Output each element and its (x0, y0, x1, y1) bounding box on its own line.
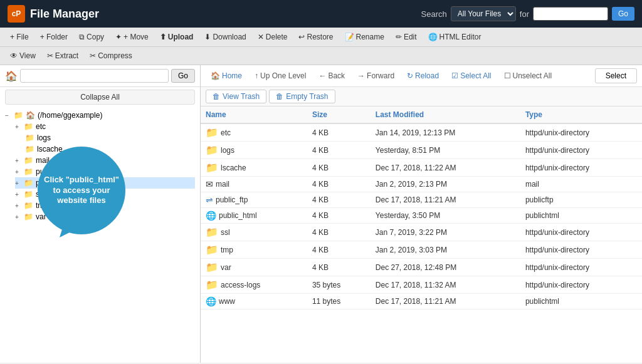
file-size: 11 bytes (307, 294, 371, 309)
uncheck-icon: ☐ (504, 71, 511, 80)
table-row[interactable]: 📁 lscache 4 KB Dec 17, 2018, 11:22 AM ht… (201, 159, 642, 177)
new-folder-button[interactable]: + Folder (35, 30, 73, 44)
trash-empty-icon: 🗑 (276, 92, 283, 101)
folder-icon-ssl: 📁 (24, 190, 33, 199)
upload-button[interactable]: ⬆ Upload (155, 30, 199, 44)
cpanel-icon: cP (8, 5, 25, 23)
edit-button[interactable]: ✏ Edit (391, 30, 422, 44)
html-editor-button[interactable]: 🌐 HTML Editor (423, 30, 487, 44)
tree-label-etc: etc (36, 122, 46, 131)
col-type[interactable]: Type (520, 107, 642, 123)
file-modified: Jan 7, 2019, 3:22 PM (371, 224, 520, 241)
trash-view-icon: 🗑 (213, 92, 220, 101)
file-name: mail (216, 180, 229, 189)
back-button[interactable]: ← Back (313, 70, 350, 82)
table-row[interactable]: 🌐 public_html 4 KB Yesterday, 3:50 PM pu… (201, 208, 642, 224)
table-row[interactable]: ✉ mail 4 KB Jan 2, 2019, 2:13 PM mail (201, 177, 642, 192)
reload-button[interactable]: ↻ Reload (402, 70, 444, 82)
upload-icon: ⬆ (160, 33, 166, 41)
table-row[interactable]: 🌐 www 11 bytes Dec 17, 2018, 11:21 AM pu… (201, 294, 642, 309)
folder-icon-tmp: 📁 (24, 201, 33, 210)
restore-button[interactable]: ↩ Restore (293, 30, 338, 44)
col-name[interactable]: Name (201, 107, 307, 123)
table-row[interactable]: 📁 var 4 KB Dec 27, 2018, 12:48 PM httpd/… (201, 259, 642, 276)
tree-root[interactable]: − 📁 🏠 (/home/ggexample) (5, 110, 195, 121)
path-go-button[interactable]: Go (171, 69, 195, 83)
delete-button[interactable]: ✕ Delete (253, 30, 293, 44)
folder-icon: 📁 (206, 261, 218, 273)
search-label: Search (421, 9, 447, 19)
sidebar-navigation: 🏠 Go (0, 65, 200, 87)
file-type: publichtml (520, 208, 642, 224)
back-icon: ← (318, 71, 326, 80)
unselect-all-button[interactable]: ☐ Unselect All (499, 70, 557, 82)
select-button[interactable]: Select (595, 68, 637, 83)
tree-toggle-public-ftp: + (15, 169, 21, 175)
search-go-button[interactable]: Go (612, 7, 634, 21)
download-icon: ⬇ (204, 33, 211, 41)
main-content: 🏠 Go Collapse All − 📁 🏠 (/home/ggexample… (0, 65, 642, 363)
file-modified: Dec 17, 2018, 11:21 AM (371, 192, 520, 208)
ftp-icon: ⇌ (206, 195, 213, 205)
extract-button[interactable]: ✂ Extract (42, 49, 83, 63)
app-logo: cP File Manager (8, 5, 421, 23)
download-button[interactable]: ⬇ Download (199, 30, 251, 44)
move-button[interactable]: ✦ + Move (110, 30, 154, 44)
view-button[interactable]: 👁 View (5, 49, 41, 63)
search-input[interactable] (533, 7, 608, 21)
file-modified: Jan 2, 2019, 3:03 PM (371, 241, 520, 259)
table-row[interactable]: 📁 tmp 4 KB Jan 2, 2019, 3:03 PM httpd/un… (201, 241, 642, 259)
tree-toggle-etc: + (15, 123, 21, 130)
table-row[interactable]: 📁 access-logs 35 bytes Dec 17, 2018, 11:… (201, 276, 642, 294)
file-size: 4 KB (307, 142, 371, 159)
col-size[interactable]: Size (307, 107, 371, 123)
empty-trash-button[interactable]: 🗑 Empty Trash (269, 90, 335, 103)
collapse-all-button[interactable]: Collapse All (5, 90, 195, 105)
col-modified[interactable]: Last Modified (371, 107, 520, 123)
file-tree: − 📁 🏠 (/home/ggexample) + 📁 etc 📁 logs (0, 107, 200, 363)
file-name: tmp (221, 246, 233, 254)
table-row[interactable]: 📁 ssl 4 KB Jan 7, 2019, 3:22 PM httpd/un… (201, 224, 642, 241)
new-file-button[interactable]: + File (5, 30, 34, 44)
folder-icon: 📁 (206, 226, 218, 238)
table-row[interactable]: 📁 etc 4 KB Jan 14, 2019, 12:13 PM httpd/… (201, 123, 642, 142)
table-header: Name Size Last Modified Type (201, 107, 642, 123)
search-for-label: for (520, 9, 529, 19)
folder-icon-public-html: 📁 (24, 179, 33, 187)
tree-toggle-tmp: + (15, 202, 21, 209)
root-folder-icon: 📁 (14, 111, 23, 120)
path-input[interactable] (20, 69, 169, 83)
file-size: 4 KB (307, 208, 371, 224)
table-row[interactable]: ⇌ public_ftp 4 KB Dec 17, 2018, 11:21 AM… (201, 192, 642, 208)
file-size: 4 KB (307, 123, 371, 142)
home-button[interactable]: 🏠 Home (206, 70, 247, 82)
file-name-cell: 📁 logs (201, 142, 307, 159)
tree-toggle-icon: − (5, 112, 11, 119)
file-type: mail (520, 177, 642, 192)
view-trash-button[interactable]: 🗑 View Trash (206, 90, 266, 103)
search-scope-select[interactable]: All Your Files (451, 6, 516, 21)
file-name: etc (221, 128, 231, 137)
file-size: 4 KB (307, 224, 371, 241)
edit-icon: ✏ (396, 33, 402, 41)
file-navigation: 🏠 Home ↑ Up One Level ← Back → Forward ↻… (201, 65, 642, 87)
file-name-cell: 🌐 public_html (201, 208, 307, 224)
copy-button[interactable]: ⧉ Copy (74, 30, 109, 44)
compress-icon: ✂ (90, 51, 96, 60)
compress-button[interactable]: ✂ Compress (85, 49, 137, 63)
tree-item-logs[interactable]: 📁 logs (5, 132, 195, 143)
file-type: httpd/unix-directory (520, 224, 642, 241)
rename-button[interactable]: 📝 Rename (340, 30, 389, 44)
up-one-level-button[interactable]: ↑ Up One Level (250, 70, 311, 82)
home-icon: 🏠 (26, 111, 35, 120)
main-toolbar: + File + Folder ⧉ Copy ✦ + Move ⬆ Upload… (0, 28, 642, 47)
file-name: ssl (221, 228, 230, 237)
select-all-button[interactable]: ☑ Select All (446, 70, 496, 82)
file-panel: 🏠 Home ↑ Up One Level ← Back → Forward ↻… (201, 65, 642, 363)
file-size: 4 KB (307, 177, 371, 192)
table-row[interactable]: 📁 logs 4 KB Yesterday, 8:51 PM httpd/uni… (201, 142, 642, 159)
file-name: www (219, 297, 235, 306)
file-name-cell: 🌐 www (201, 294, 307, 309)
tree-item-etc[interactable]: + 📁 etc (5, 121, 195, 132)
forward-button[interactable]: → Forward (352, 70, 399, 82)
